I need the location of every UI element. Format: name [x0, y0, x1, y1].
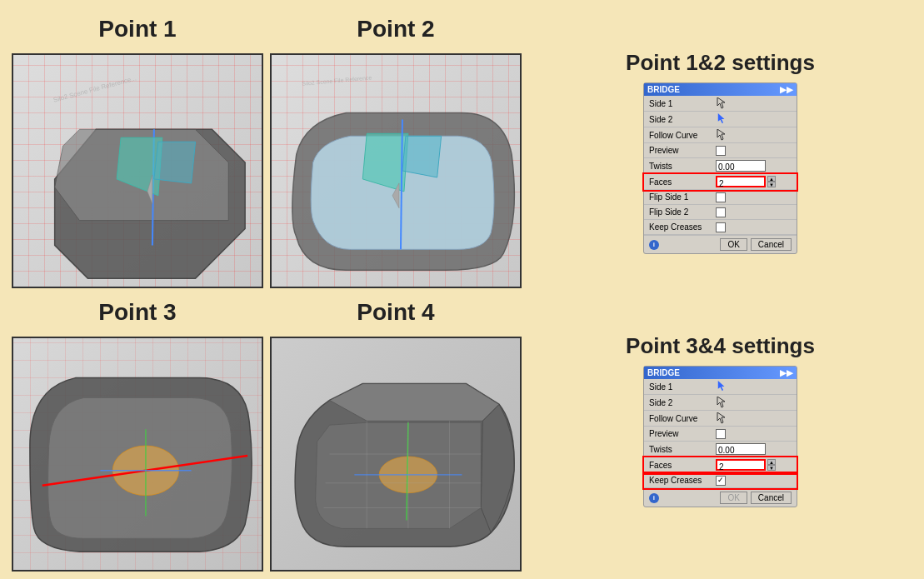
- p2-faces-input[interactable]: 2: [716, 459, 766, 471]
- panel-1-ok-button[interactable]: OK: [720, 238, 747, 251]
- p2-faces-spinner-up[interactable]: ▲: [767, 459, 776, 465]
- panel-2-footer: OK Cancel: [720, 492, 792, 504]
- panel-1-side1-label: Side 1: [649, 99, 716, 108]
- svg-text:Silo2 Scene File Reference...: Silo2 Scene File Reference...: [52, 74, 137, 103]
- p2-faces-spinner-down[interactable]: ▼: [767, 465, 776, 471]
- panel-1-footer: OK Cancel: [720, 238, 792, 251]
- panel-1-flipside1-value[interactable]: [716, 192, 792, 202]
- panel-1-twists-label: Twists: [649, 162, 716, 171]
- svg-marker-28: [717, 412, 725, 423]
- followcurve-cursor-icon: [716, 129, 726, 141]
- bridge-panel-2: BRIDGE ▶▶ Side 1 Side 2 Follow Curve: [643, 366, 797, 507]
- panel-2-twists-label: Twists: [649, 445, 716, 454]
- panel-1-info-icon: i: [649, 240, 659, 250]
- panel-2-cancel-button[interactable]: Cancel: [751, 492, 792, 504]
- svg-marker-5: [154, 142, 196, 183]
- p2-preview-checkbox[interactable]: [716, 429, 726, 439]
- panel-2-side1-value: [716, 381, 792, 392]
- faces-input[interactable]: 2: [716, 176, 766, 187]
- panel-2-faces-value: 2 ▲ ▼: [716, 459, 792, 471]
- panel-1-flipside2-row: Flip Side 2: [644, 205, 797, 220]
- title-settings-12: Point 1&2 settings: [626, 50, 815, 76]
- p2-faces-spinner[interactable]: ▲ ▼: [767, 459, 776, 471]
- panel-2-keepcreases-label: Keep Creases: [649, 476, 716, 485]
- p2-side2-cursor-icon: [716, 397, 726, 408]
- viewport-4: [270, 337, 522, 572]
- viewport-2: Silo2 Scene File Reference: [270, 53, 522, 288]
- panel-1-preview-row: Preview: [644, 143, 797, 158]
- p2-twists-input[interactable]: 0.00: [716, 443, 766, 455]
- panel-1-keepcreases-row: Keep Creases: [644, 220, 797, 235]
- panel-2-followcurve-label: Follow Curve: [649, 414, 716, 423]
- svg-marker-27: [717, 397, 725, 407]
- panel-2-side2-label: Side 2: [649, 398, 716, 407]
- panel-2-ok-button[interactable]: OK: [720, 492, 747, 504]
- panel-2-info-icon: i: [649, 493, 659, 503]
- settings-panel-12-container: Point 1&2 settings BRIDGE ▶▶ Side 1: [525, 8, 916, 292]
- twists-input[interactable]: 0.00: [716, 160, 766, 172]
- panel-1-twists-value: 0.00: [716, 160, 792, 172]
- panel-2-twists-value: 0.00: [716, 443, 792, 455]
- panel-2-expand-icon[interactable]: ▶▶: [780, 368, 793, 377]
- panel-1-flipside2-value[interactable]: [716, 207, 792, 217]
- preview-checkbox[interactable]: [716, 146, 726, 156]
- panel-1-faces-row: Faces 2 ▲ ▼: [644, 174, 797, 190]
- panel-2-side2-row: Side 2: [644, 395, 797, 411]
- p2-keepcreases-checkbox[interactable]: [716, 476, 726, 486]
- panel-1-titlebar: BRIDGE ▶▶: [644, 83, 797, 96]
- title-point2: Point 2: [267, 8, 525, 50]
- svg-marker-9: [402, 136, 442, 177]
- panel-2-preview-value[interactable]: [716, 429, 792, 439]
- p2-side1-cursor-blue-icon: [716, 381, 727, 392]
- panel-2-title: BRIDGE: [647, 368, 680, 377]
- panel-1-keepcreases-label: Keep Creases: [649, 222, 716, 232]
- panel-1-side2-row: Side 2: [644, 112, 797, 127]
- panel-2-faces-label: Faces: [649, 461, 716, 470]
- panel-2-twists-row: Twists 0.00: [644, 442, 797, 457]
- panel-2-titlebar: BRIDGE ▶▶: [644, 367, 797, 379]
- svg-marker-12: [717, 97, 725, 108]
- keepcreases-checkbox[interactable]: [716, 222, 726, 232]
- panel-1-side2-value: [716, 113, 792, 125]
- flipside2-checkbox[interactable]: [716, 207, 726, 217]
- panel-1-keepcreases-value[interactable]: [716, 222, 792, 232]
- panel-1-side1-row: Side 1: [644, 96, 797, 112]
- panel-2-followcurve-row: Follow Curve: [644, 411, 797, 427]
- settings-panel-34-container: Point 3&4 settings BRIDGE ▶▶ Side 1 Side…: [525, 292, 916, 575]
- panel-1-side1-value: [716, 97, 792, 109]
- faces-spinner-down[interactable]: ▼: [767, 182, 776, 187]
- panel-1-followcurve-row: Follow Curve: [644, 127, 797, 143]
- side2-cursor-blue-icon: [716, 113, 727, 125]
- panel-2-keepcreases-row: Keep Creases: [644, 473, 797, 488]
- panel-1-followcurve-label: Follow Curve: [649, 131, 716, 140]
- panel-1-title: BRIDGE: [647, 85, 680, 94]
- panel-1-preview-value[interactable]: [716, 146, 792, 156]
- svg-marker-13: [717, 129, 725, 140]
- faces-spinner[interactable]: ▲ ▼: [767, 176, 776, 187]
- panel-2-keepcreases-value[interactable]: [716, 476, 792, 486]
- title-point3: Point 3: [8, 292, 267, 333]
- title-settings-34: Point 3&4 settings: [626, 333, 815, 359]
- panel-1-flipside1-row: Flip Side 1: [644, 190, 797, 205]
- panel-2-preview-row: Preview: [644, 427, 797, 442]
- panel-1-cancel-button[interactable]: Cancel: [751, 238, 792, 251]
- panel-1-faces-value: 2 ▲ ▼: [716, 176, 792, 187]
- panel-2-side1-row: Side 1: [644, 379, 797, 395]
- panel-2-followcurve-value: [716, 412, 792, 424]
- side1-cursor-icon: [716, 97, 726, 109]
- panel-1-side2-label: Side 2: [649, 115, 716, 124]
- viewport-3: [12, 337, 263, 572]
- faces-spinner-up[interactable]: ▲: [767, 176, 776, 182]
- panel-2-faces-row: Faces 2 ▲ ▼: [644, 457, 797, 473]
- panel-1-flipside2-label: Flip Side 2: [649, 207, 716, 217]
- panel-1-faces-label: Faces: [649, 177, 716, 187]
- title-point4: Point 4: [267, 292, 525, 333]
- panel-1-flipside1-label: Flip Side 1: [649, 192, 716, 202]
- flipside1-checkbox[interactable]: [716, 192, 726, 202]
- svg-text:Silo2 Scene File Reference: Silo2 Scene File Reference: [302, 74, 372, 86]
- panel-1-twists-row: Twists 0.00: [644, 158, 797, 174]
- panel-2-side1-label: Side 1: [649, 382, 716, 392]
- panel-2-preview-label: Preview: [649, 429, 716, 438]
- panel-1-expand-icon[interactable]: ▶▶: [780, 85, 793, 94]
- bridge-panel-1: BRIDGE ▶▶ Side 1 Side 2: [643, 82, 797, 254]
